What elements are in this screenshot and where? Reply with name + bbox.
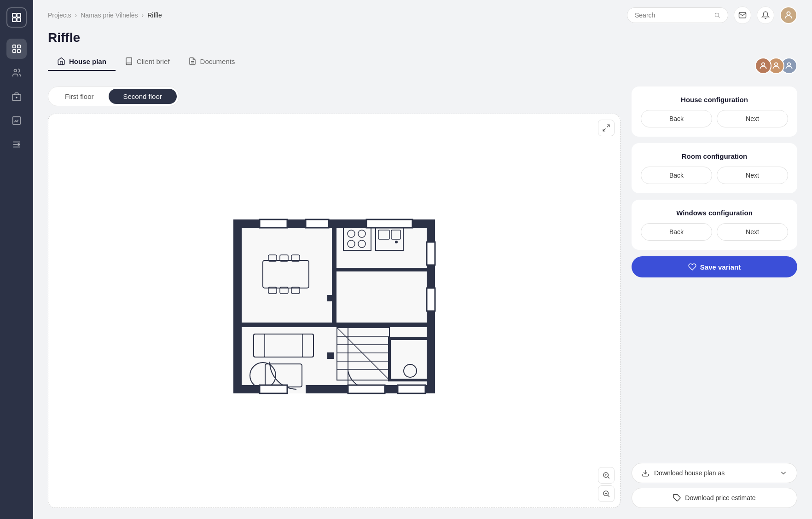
svg-rect-3 [17, 18, 21, 22]
tabs-row: House plan Client brief [48, 52, 797, 79]
download-plan-label: Download house plan as [654, 469, 725, 477]
search-box[interactable] [627, 7, 728, 23]
bell-icon [761, 11, 770, 19]
svg-rect-7 [17, 50, 20, 52]
svg-point-8 [14, 69, 17, 72]
svg-line-18 [719, 17, 720, 18]
windows-config-buttons: Back Next [641, 223, 788, 241]
svg-point-59 [395, 241, 398, 243]
search-icon [714, 12, 720, 19]
team-avatar-1 [755, 58, 771, 74]
svg-rect-65 [327, 295, 334, 301]
save-variant-button[interactable]: Save variant [632, 256, 797, 277]
sidebar-item-dashboard[interactable] [6, 39, 27, 59]
zoom-in-icon [602, 471, 610, 479]
svg-rect-1 [17, 13, 21, 17]
breadcrumb-current: Riffle [147, 12, 162, 19]
room-config-buttons: Back Next [641, 167, 788, 184]
house-config-back-button[interactable]: Back [641, 110, 712, 127]
windows-config-title: Windows configuration [641, 209, 788, 217]
zoom-out-button[interactable] [598, 485, 615, 502]
svg-rect-4 [13, 45, 16, 48]
house-config-buttons: Back Next [641, 110, 788, 127]
room-config-next-button[interactable]: Next [717, 167, 788, 184]
svg-rect-74 [427, 288, 435, 311]
svg-point-19 [787, 12, 790, 15]
download-plan-dropdown[interactable]: Download house plan as [632, 463, 797, 483]
floor-btn-first[interactable]: First floor [50, 89, 109, 104]
room-config-title: Room configuration [641, 152, 788, 160]
sidebar-item-settings[interactable] [6, 134, 27, 155]
svg-rect-2 [12, 18, 16, 22]
svg-rect-73 [427, 242, 435, 265]
house-config-section: House configuration Back Next [632, 86, 797, 137]
svg-line-80 [608, 495, 609, 496]
app-logo[interactable] [6, 7, 27, 28]
team-avatars [755, 58, 797, 74]
svg-rect-69 [366, 219, 412, 228]
svg-point-16 [18, 144, 20, 145]
breadcrumb-sep-1: › [75, 12, 77, 19]
main-content: Projects › Namas prie Vilnelės › Riffle [33, 0, 812, 519]
floor-btn-second[interactable]: Second floor [109, 89, 177, 104]
room-config-back-button[interactable]: Back [641, 167, 712, 184]
sidebar-item-analytics[interactable] [6, 110, 27, 131]
notification-button[interactable] [757, 6, 774, 24]
mail-button[interactable] [734, 6, 751, 24]
download-price-button[interactable]: Download price estimate [632, 488, 797, 508]
tag-icon [673, 494, 681, 502]
house-config-next-button[interactable]: Next [717, 110, 788, 127]
page-title: Riffle [48, 30, 797, 45]
windows-config-back-button[interactable]: Back [641, 223, 712, 241]
floor-selector: First floor Second floor [48, 86, 179, 106]
user-avatar[interactable] [780, 6, 797, 24]
tab-client-brief[interactable]: Client brief [116, 52, 179, 71]
svg-line-76 [608, 477, 609, 478]
floor-plan-svg [191, 196, 477, 426]
heart-icon [688, 263, 696, 271]
zoom-out-icon [602, 490, 610, 498]
windows-config-section: Windows configuration Back Next [632, 200, 797, 250]
zoom-controls [598, 467, 615, 502]
floor-plan-controls [598, 120, 615, 136]
svg-point-22 [762, 63, 765, 66]
tab-documents-label: Documents [200, 58, 235, 65]
svg-point-24 [788, 63, 791, 66]
zoom-in-button[interactable] [598, 467, 615, 484]
svg-rect-6 [13, 50, 16, 52]
tab-house-plan[interactable]: House plan [48, 52, 116, 71]
floor-plan-container [48, 114, 621, 508]
breadcrumb: Projects › Namas prie Vilnelės › Riffle [48, 12, 162, 19]
svg-rect-5 [17, 45, 20, 48]
svg-line-25 [607, 125, 609, 127]
svg-point-23 [775, 63, 778, 66]
mail-icon [738, 11, 747, 19]
left-panel: First floor Second floor [48, 86, 621, 508]
download-section: Download house plan as Download price es… [632, 463, 797, 508]
svg-rect-67 [260, 219, 287, 228]
breadcrumb-projects[interactable]: Projects [48, 12, 71, 19]
svg-rect-12 [13, 117, 21, 125]
topbar-right [627, 6, 797, 24]
search-input[interactable] [635, 12, 710, 19]
expand-button[interactable] [598, 120, 615, 136]
svg-rect-72 [398, 385, 425, 393]
sidebar-item-people[interactable] [6, 63, 27, 83]
download-price-label: Download price estimate [685, 494, 755, 502]
svg-rect-71 [348, 385, 385, 393]
tab-documents[interactable]: Documents [179, 52, 244, 71]
svg-rect-66 [327, 352, 334, 359]
breadcrumb-namas[interactable]: Namas prie Vilnelės [81, 12, 138, 19]
house-icon [57, 57, 65, 65]
svg-point-17 [715, 13, 719, 17]
windows-config-next-button[interactable]: Next [717, 223, 788, 241]
svg-rect-70 [260, 385, 287, 393]
sidebar-item-projects[interactable] [6, 86, 27, 107]
svg-line-26 [603, 129, 605, 131]
svg-rect-0 [12, 13, 16, 17]
tab-client-brief-label: Client brief [137, 58, 170, 65]
content-area: First floor Second floor [48, 86, 797, 508]
room-config-section: Room configuration Back Next [632, 143, 797, 193]
expand-icon [602, 124, 610, 132]
download-icon [641, 469, 650, 477]
